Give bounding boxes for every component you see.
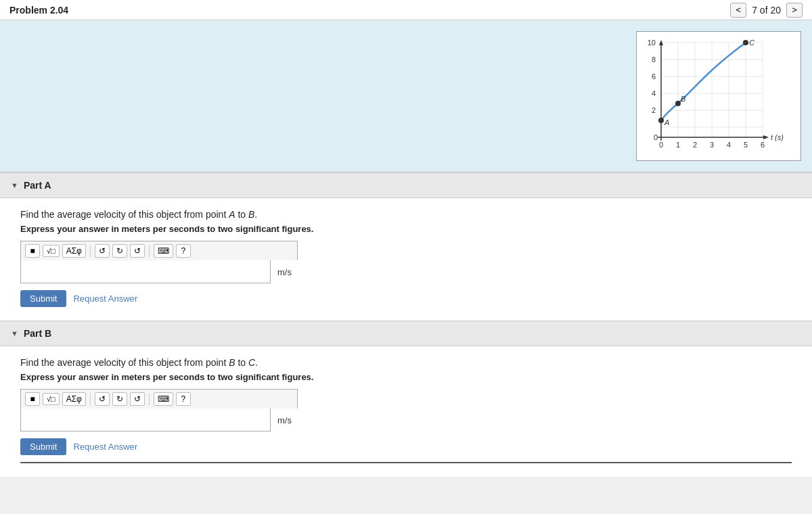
svg-text:6: 6 xyxy=(652,72,656,80)
toolbar-b-greek-btn[interactable]: ΑΣφ xyxy=(62,392,86,406)
svg-text:B: B xyxy=(681,95,685,103)
toolbar-matrix-btn[interactable]: ■ xyxy=(25,244,40,258)
part-b-label: Part B xyxy=(24,328,51,339)
svg-text:t (s): t (s) xyxy=(771,133,784,141)
svg-point-34 xyxy=(675,101,681,106)
part-a-actions: Submit Request Answer xyxy=(20,290,792,307)
svg-text:0: 0 xyxy=(654,133,658,141)
toolbar-b-keyboard-btn[interactable]: ⌨ xyxy=(154,392,173,406)
nav-counter: 7 of 20 xyxy=(752,5,781,16)
svg-text:A: A xyxy=(664,118,669,126)
svg-text:C: C xyxy=(749,39,754,47)
svg-text:1: 1 xyxy=(676,141,680,149)
part-b-submit[interactable]: Submit xyxy=(20,438,66,455)
toolbar-b-undo-btn[interactable]: ↺ xyxy=(95,392,110,406)
part-b-question: Find the average velocity of this object… xyxy=(20,357,792,368)
part-a-unit: m/s xyxy=(277,267,292,277)
svg-text:3: 3 xyxy=(710,141,714,149)
toolbar-b-sep-2 xyxy=(149,393,150,405)
part-a-input[interactable] xyxy=(20,260,271,283)
svg-marker-17 xyxy=(763,135,769,139)
toolbar-undo-btn[interactable]: ↺ xyxy=(95,244,110,258)
part-b-header[interactable]: ▼ Part B xyxy=(0,321,812,346)
part-b-unit: m/s xyxy=(277,415,292,425)
svg-text:10: 10 xyxy=(648,39,656,47)
toolbar-sep-2 xyxy=(149,245,150,257)
svg-text:2: 2 xyxy=(652,106,656,114)
svg-text:4: 4 xyxy=(727,141,731,149)
part-a-submit[interactable]: Submit xyxy=(20,290,66,307)
toolbar-b-sqrt-btn[interactable]: √□ xyxy=(43,393,60,405)
prev-button[interactable]: < xyxy=(730,3,746,18)
graph-container: 10 8 6 4 2 0 0 1 2 3 4 5 6 t (s) A B xyxy=(636,31,801,161)
part-a-body: Find the average velocity of this object… xyxy=(0,198,812,321)
toolbar-b-sep-1 xyxy=(90,393,91,405)
part-a-chevron: ▼ xyxy=(11,181,18,189)
part-b-actions: Submit Request Answer xyxy=(20,438,792,455)
part-a-question: Find the average velocity of this object… xyxy=(20,209,792,220)
part-a-answer-row: m/s xyxy=(20,260,298,283)
toolbar-sep-1 xyxy=(90,245,91,257)
toolbar-redo-btn[interactable]: ↻ xyxy=(112,244,127,258)
svg-text:4: 4 xyxy=(652,89,656,97)
toolbar-b-help-btn[interactable]: ? xyxy=(176,392,191,406)
part-b-request-answer[interactable]: Request Answer xyxy=(73,442,137,452)
toolbar-keyboard-btn[interactable]: ⌨ xyxy=(154,244,173,258)
svg-point-32 xyxy=(658,118,664,123)
svg-point-36 xyxy=(743,40,748,45)
navigation: < 7 of 20 > xyxy=(730,3,803,18)
bottom-divider xyxy=(20,462,792,463)
part-a-instruction: Express your answer in meters per second… xyxy=(20,224,792,234)
part-b-instruction: Express your answer in meters per second… xyxy=(20,372,792,382)
part-a-section: ▼ Part A Find the average velocity of th… xyxy=(0,172,812,321)
part-b-answer-row: m/s xyxy=(20,408,298,431)
part-b-chevron: ▼ xyxy=(11,329,18,337)
top-bar: Problem 2.04 < 7 of 20 > xyxy=(0,0,812,20)
svg-text:8: 8 xyxy=(652,55,656,64)
svg-text:2: 2 xyxy=(693,141,697,149)
toolbar-greek-btn[interactable]: ΑΣφ xyxy=(62,244,86,258)
next-button[interactable]: > xyxy=(786,3,803,18)
graph-section: 10 8 6 4 2 0 0 1 2 3 4 5 6 t (s) A B xyxy=(0,20,812,172)
part-b-toolbar: ■ √□ ΑΣφ ↺ ↻ ↺ ⌨ ? xyxy=(20,389,298,408)
part-b-input[interactable] xyxy=(20,408,271,431)
part-a-header[interactable]: ▼ Part A xyxy=(0,172,812,198)
parts-container: ▼ Part A Find the average velocity of th… xyxy=(0,172,812,477)
toolbar-b-redo-btn[interactable]: ↻ xyxy=(112,392,127,406)
part-a-toolbar: ■ √□ ΑΣφ ↺ ↻ ↺ ⌨ ? xyxy=(20,241,298,260)
svg-text:6: 6 xyxy=(761,141,765,149)
toolbar-b-refresh-btn[interactable]: ↺ xyxy=(130,392,145,406)
part-a-label: Part A xyxy=(24,180,51,191)
part-a-request-answer[interactable]: Request Answer xyxy=(73,294,137,304)
part-b-body: Find the average velocity of this object… xyxy=(0,346,812,477)
position-time-graph: 10 8 6 4 2 0 0 1 2 3 4 5 6 t (s) A B xyxy=(641,36,796,154)
problem-title: Problem 2.04 xyxy=(9,5,68,16)
svg-text:0: 0 xyxy=(659,141,663,149)
toolbar-help-btn[interactable]: ? xyxy=(176,244,191,258)
svg-text:5: 5 xyxy=(744,141,748,149)
toolbar-refresh-btn[interactable]: ↺ xyxy=(130,244,145,258)
toolbar-sqrt-btn[interactable]: √□ xyxy=(43,245,60,257)
part-b-section: ▼ Part B Find the average velocity of th… xyxy=(0,321,812,477)
toolbar-b-matrix-btn[interactable]: ■ xyxy=(25,392,40,406)
